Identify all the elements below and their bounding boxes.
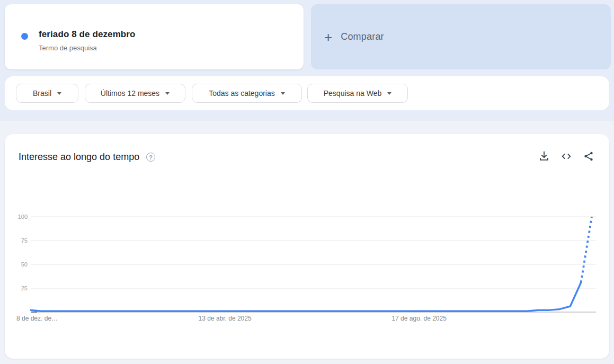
help-icon[interactable]: ? bbox=[146, 153, 155, 162]
chevron-down-icon bbox=[281, 92, 285, 95]
download-icon[interactable] bbox=[538, 150, 550, 163]
search-term-subtitle: Termo de pesquisa bbox=[39, 44, 97, 52]
filter-category-label: Todas as categorias bbox=[209, 89, 275, 97]
chevron-down-icon bbox=[57, 92, 61, 95]
filter-region-dropdown[interactable]: Brasil bbox=[16, 84, 78, 103]
chart-header: Interesse ao longo do tempo ? bbox=[19, 152, 155, 163]
search-term-title: feriado 8 de dezembro bbox=[39, 29, 136, 40]
filter-search-type-dropdown[interactable]: Pesquisa na Web bbox=[307, 84, 408, 103]
filter-region-label: Brasil bbox=[33, 89, 51, 97]
series-color-dot-icon bbox=[21, 33, 28, 40]
search-term-card[interactable]: feriado 8 de dezembro Termo de pesquisa bbox=[5, 4, 304, 69]
filter-bar: Brasil Últimos 12 meses Todas as categor… bbox=[5, 76, 609, 110]
compare-add-card[interactable]: + Comparar bbox=[311, 4, 611, 69]
svg-text:75: 75 bbox=[21, 237, 28, 244]
share-icon[interactable] bbox=[582, 150, 595, 163]
embed-icon[interactable] bbox=[560, 150, 573, 163]
filter-time-label: Últimos 12 meses bbox=[101, 89, 159, 97]
svg-text:100: 100 bbox=[18, 214, 28, 220]
trend-line-chart: 2550751008 de dez. de…13 de abr. de 2025… bbox=[5, 208, 609, 331]
svg-text:8 de dez. de…: 8 de dez. de… bbox=[16, 315, 58, 322]
chart-actions bbox=[538, 150, 595, 163]
interest-over-time-card: Interesse ao longo do tempo ? bbox=[5, 134, 609, 359]
compare-label: Comparar bbox=[341, 31, 384, 42]
filter-time-dropdown[interactable]: Últimos 12 meses bbox=[85, 84, 185, 103]
chevron-down-icon bbox=[165, 92, 170, 95]
chevron-down-icon bbox=[387, 92, 391, 95]
svg-text:25: 25 bbox=[21, 285, 28, 291]
svg-text:50: 50 bbox=[21, 261, 28, 268]
plus-icon: + bbox=[324, 30, 332, 44]
svg-text:17 de ago. de 2025: 17 de ago. de 2025 bbox=[391, 315, 447, 322]
chart-title: Interesse ao longo do tempo bbox=[19, 152, 139, 163]
filter-search-type-label: Pesquisa na Web bbox=[324, 89, 381, 97]
filter-category-dropdown[interactable]: Todas as categorias bbox=[192, 84, 302, 103]
svg-text:13 de abr. de 2025: 13 de abr. de 2025 bbox=[199, 315, 252, 322]
google-trends-explore-page: feriado 8 de dezembro Termo de pesquisa … bbox=[0, 0, 614, 364]
